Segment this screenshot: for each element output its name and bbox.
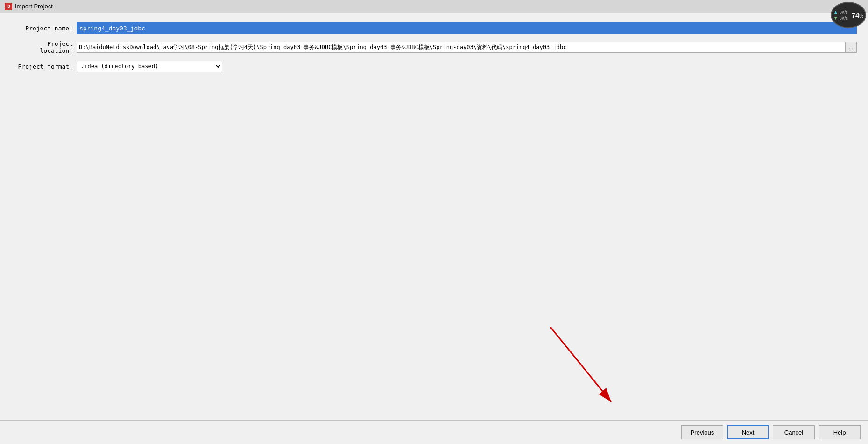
upload-row: ▲ 0K/s (833, 9, 848, 14)
download-speed: 0K/s (840, 16, 848, 21)
import-project-dialog: IJ Import Project ▲ 0K/s ▼ 0K/s 74 % Pro… (0, 0, 868, 444)
project-format-select[interactable]: .idea (directory based) Eclipse (.classp… (77, 61, 222, 72)
cpu-percent: 74 % (852, 11, 864, 19)
button-bar: Previous Next Cancel Help (0, 420, 868, 444)
project-name-input[interactable] (77, 22, 857, 34)
dialog-titlebar: IJ Import Project (0, 0, 868, 13)
percent-suffix: % (859, 14, 863, 19)
project-location-field-group: ... (77, 42, 857, 53)
project-location-label: Project location: (11, 40, 77, 54)
percent-value: 74 (852, 11, 860, 19)
project-name-label: Project name: (11, 25, 77, 32)
previous-button[interactable]: Previous (681, 425, 723, 439)
dialog-title-text: Import Project (15, 3, 53, 10)
project-name-row: Project name: (11, 22, 857, 34)
project-format-select-group: .idea (directory based) Eclipse (.classp… (77, 61, 222, 72)
project-format-label: Project format: (11, 63, 77, 70)
upload-speed: 0K/s (840, 10, 848, 14)
network-widget: ▲ 0K/s ▼ 0K/s 74 % (831, 2, 866, 28)
dialog-title-icon: IJ (5, 3, 12, 10)
upload-arrow-icon: ▲ (833, 9, 838, 14)
network-stats: ▲ 0K/s ▼ 0K/s (833, 9, 848, 21)
project-location-input[interactable] (77, 42, 846, 53)
project-location-row: Project location: ... (11, 40, 857, 54)
next-button[interactable]: Next (727, 425, 769, 439)
dialog-content: Project name: Project location: ... Proj… (0, 13, 868, 444)
browse-button[interactable]: ... (846, 42, 857, 53)
project-format-row: Project format: .idea (directory based) … (11, 61, 857, 72)
cancel-button[interactable]: Cancel (773, 425, 815, 439)
download-arrow-icon: ▼ (833, 15, 838, 21)
help-button[interactable]: Help (819, 425, 861, 439)
download-row: ▼ 0K/s (833, 15, 848, 21)
